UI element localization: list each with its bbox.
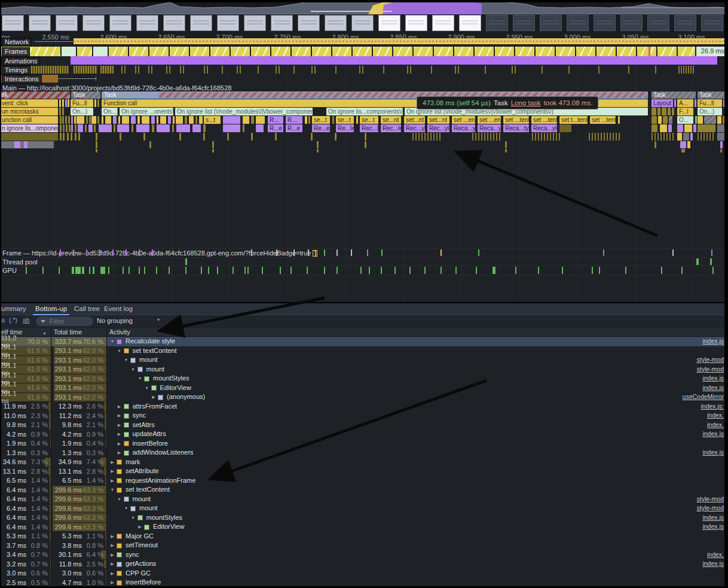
filmstrip-thumbnail[interactable] — [217, 15, 239, 31]
flame-bar[interactable] — [105, 116, 111, 124]
whole-word-icon[interactable]: ab — [23, 316, 30, 324]
flame-bar[interactable] — [720, 149, 722, 153]
expander-closed-icon[interactable]: ▶ — [109, 571, 115, 576]
table-row[interactable]: 6.5 ms1.4 %6.5 ms1.4 %▶requestAnimationF… — [0, 476, 728, 486]
flame-bar[interactable]: Re...le — [336, 124, 354, 132]
expander-closed-icon[interactable]: ▶ — [137, 525, 143, 529]
flame-bar[interactable]: Reca...tyle — [503, 124, 529, 132]
flame-bar[interactable] — [243, 116, 249, 124]
table-row[interactable]: 6.4 ms1.4 %299.6 ms63.3 %▼mountStylesind… — [0, 513, 728, 523]
flame-bar[interactable] — [365, 141, 366, 148]
source-link[interactable]: index. — [707, 411, 724, 421]
flame-bar[interactable]: se...t — [360, 116, 378, 124]
flame-bar[interactable] — [14, 141, 20, 148]
flame-bar[interactable] — [168, 116, 171, 124]
flame-bar[interactable]: On...) — [71, 108, 93, 115]
flame-bar[interactable] — [71, 116, 73, 124]
flame-bar[interactable] — [74, 116, 76, 124]
frame-cell[interactable] — [536, 47, 555, 56]
flame-bar[interactable] — [85, 124, 87, 132]
flame-bar[interactable]: vent: click — [0, 99, 58, 107]
expander-closed-icon[interactable]: ▶ — [109, 534, 115, 539]
flame-bar[interactable] — [176, 116, 183, 124]
frame-cell[interactable] — [556, 47, 575, 56]
flame-bar[interactable]: A... — [677, 99, 693, 107]
flame-bar[interactable] — [698, 116, 703, 124]
source-link[interactable]: style-mod — [696, 365, 724, 374]
grouping-select[interactable]: No grouping — [97, 317, 133, 324]
flame-bar[interactable] — [669, 116, 672, 124]
flame-bar[interactable] — [227, 133, 229, 141]
flame-bar[interactable] — [172, 124, 174, 132]
frame-cell[interactable] — [434, 47, 453, 56]
flame-bar[interactable] — [192, 124, 201, 132]
flame-bar[interactable] — [305, 116, 307, 124]
flame-bar[interactable] — [69, 124, 71, 132]
source-link[interactable]: index. — [707, 550, 724, 560]
flame-bar[interactable] — [113, 116, 117, 124]
flame-bar[interactable] — [179, 133, 181, 141]
expander-closed-icon[interactable]: ▶ — [117, 423, 123, 428]
flame-bar[interactable] — [412, 133, 442, 141]
frame-cell[interactable] — [190, 47, 209, 56]
flame-bar[interactable] — [674, 99, 676, 107]
filmstrip-thumbnail[interactable] — [298, 15, 320, 31]
flame-bar[interactable] — [658, 116, 662, 124]
flame-bar[interactable] — [212, 141, 214, 148]
network-track-label[interactable]: Network — [2, 38, 32, 47]
frame-cell[interactable] — [210, 47, 230, 56]
flame-bar[interactable] — [94, 124, 96, 132]
expander-closed-icon[interactable]: ▶ — [109, 543, 115, 548]
table-row[interactable]: 13.1 ms2.8 %13.1 ms2.8 %▶setAttribute — [0, 467, 728, 476]
tab-bottom-up[interactable]: Bottom-up — [33, 303, 69, 315]
filter-input[interactable] — [48, 317, 84, 325]
flame-bar[interactable] — [317, 149, 319, 153]
flame-bar[interactable] — [717, 116, 721, 124]
flame-bar[interactable] — [59, 108, 61, 115]
flame-bar[interactable] — [78, 124, 83, 132]
table-row[interactable]: 1.9 ms0.4 %1.9 ms0.4 %▶insertBefore — [0, 439, 728, 449]
filmstrip-thumbnail[interactable] — [2, 15, 24, 31]
flame-bar[interactable] — [68, 99, 69, 107]
table-row[interactable]: 3.7 ms0.8 %3.8 ms0.8 %▶setTimeout — [0, 541, 728, 550]
flame-bar[interactable] — [131, 124, 133, 132]
frame-cell[interactable] — [414, 47, 433, 56]
flame-bar[interactable] — [651, 108, 656, 115]
flame-bar[interactable] — [698, 133, 715, 141]
flame-bar[interactable]: set ...tent — [590, 116, 616, 124]
flame-bar[interactable] — [71, 133, 72, 141]
flame-bar[interactable]: On...) — [698, 108, 722, 115]
filmstrip-thumbnail[interactable] — [459, 15, 481, 31]
flame-bar[interactable] — [704, 116, 716, 124]
filmstrip-thumbnail[interactable] — [190, 15, 212, 31]
filmstrip-thumbnail[interactable] — [136, 15, 158, 31]
filmstrip-thumbnail[interactable] — [594, 15, 616, 31]
filmstrip-thumbnail[interactable] — [620, 15, 643, 31]
flame-bar[interactable]: Reca...yle — [452, 124, 475, 132]
flame-bar[interactable] — [120, 133, 121, 141]
filmstrip-thumbnail[interactable] — [432, 15, 454, 31]
filmstrip-thumbnail[interactable] — [540, 15, 562, 31]
filmstrip-thumbnail[interactable] — [378, 15, 400, 31]
flame-bar[interactable] — [97, 99, 99, 107]
flame-bar[interactable] — [683, 133, 689, 141]
timings-track-label[interactable]: Timings — [2, 66, 30, 75]
flame-bar[interactable] — [559, 124, 571, 132]
flame-bar[interactable] — [63, 133, 65, 141]
flame-bar[interactable] — [256, 124, 264, 132]
filmstrip-thumbnail[interactable] — [109, 15, 131, 31]
flame-bar[interactable]: R... — [268, 116, 283, 124]
flame-bar[interactable]: O... — [677, 116, 693, 124]
flame-bar[interactable] — [223, 116, 240, 124]
frame-duration-badge[interactable]: 26.9 ms — [696, 47, 728, 56]
flame-bar[interactable] — [332, 116, 334, 124]
table-row[interactable]: 3.0 ms0.6 %3.0 ms0.6 %▶CPP GC — [0, 569, 728, 578]
flame-bar[interactable] — [149, 141, 151, 148]
flame-bar[interactable] — [118, 116, 120, 124]
expander-open-icon[interactable]: ▼ — [137, 376, 143, 380]
flame-bar[interactable] — [203, 133, 205, 141]
table-row[interactable]: 6.4 ms1.4 %299.6 ms63.3 %▼set textConten… — [0, 485, 728, 495]
flame-bar[interactable] — [71, 124, 73, 132]
flame-bar[interactable] — [91, 116, 96, 124]
expander-open-icon[interactable]: ▼ — [109, 488, 115, 492]
